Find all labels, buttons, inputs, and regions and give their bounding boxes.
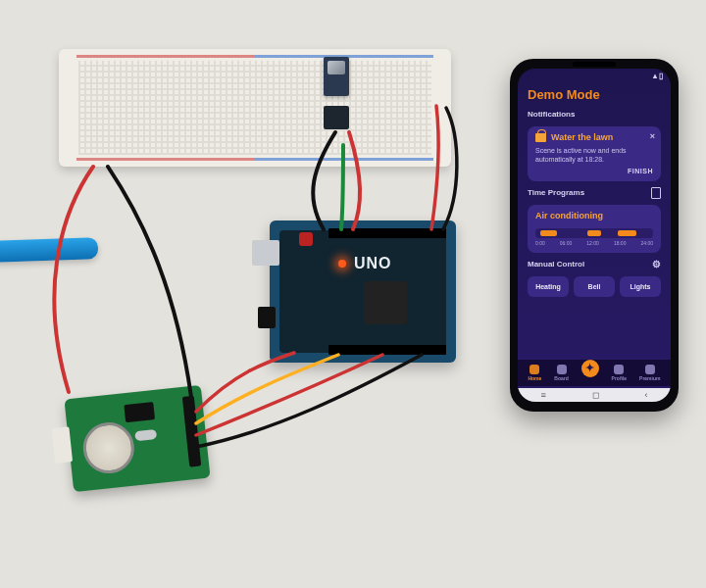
bottom-nav: Home Board ✦ Profile Premium <box>518 360 671 386</box>
gear-icon[interactable]: ⚙ <box>652 260 661 270</box>
app-title: Demo Mode <box>518 80 671 107</box>
control-heating[interactable]: Heating <box>528 276 569 297</box>
nav-premium[interactable]: Premium <box>639 365 660 381</box>
watering-icon <box>535 133 546 142</box>
rtc-crystal <box>134 429 157 441</box>
section-manual-control: Manual Control <box>528 257 594 272</box>
breadboard-tie-points <box>78 61 431 155</box>
breakout-board <box>324 106 349 129</box>
section-notifications: Notifications <box>518 107 671 122</box>
close-icon[interactable]: × <box>650 132 655 141</box>
nav-action[interactable]: ✦ <box>581 369 599 377</box>
phone-screen: ▴ ▯ Demo Mode Notifications × Water the … <box>518 69 671 402</box>
nav-profile[interactable]: Profile <box>612 365 628 381</box>
profile-icon <box>614 365 624 374</box>
manual-controls: Heating Bell Lights <box>518 272 671 301</box>
rtc-header-pins <box>182 396 201 467</box>
program-timeline[interactable] <box>535 228 653 238</box>
android-softkeys: ≡ ◻ ‹ <box>518 388 671 402</box>
notification-finish-button[interactable]: FINISH <box>535 168 653 174</box>
rtc-module <box>64 385 210 492</box>
rtc-jst-connector <box>51 426 73 464</box>
workbench-photo: UNO ▴ ▯ Demo Mode <box>0 0 706 588</box>
tick-label: 18:00 <box>614 241 627 246</box>
program-segment <box>618 230 636 236</box>
time-program-card[interactable]: Air conditioning 0:00 06:00 12:00 18:00 … <box>528 205 661 253</box>
premium-icon <box>645 365 655 374</box>
breadboard-rail-top <box>76 55 433 58</box>
program-segment <box>540 230 557 236</box>
arduino-mcu-chip <box>364 281 407 324</box>
board-icon <box>557 365 567 374</box>
tick-label: 06:00 <box>560 241 573 246</box>
copy-icon[interactable] <box>651 187 661 199</box>
notification-title-row: Water the lawn <box>535 133 653 142</box>
arduino-header-digital <box>328 228 446 238</box>
status-icons: ▴ ▯ <box>653 73 663 80</box>
bluetooth-module <box>324 57 349 96</box>
arduino-silkscreen <box>279 230 446 353</box>
control-bell[interactable]: Bell <box>574 276 615 297</box>
arduino-barrel-jack <box>258 307 276 328</box>
breadboard <box>59 49 451 167</box>
softkey-back[interactable]: ‹ <box>645 391 648 400</box>
home-icon <box>530 365 539 374</box>
softkey-home[interactable]: ◻ <box>592 391 599 400</box>
program-segment <box>587 230 601 236</box>
section-time-programs: Time Programs <box>528 185 594 201</box>
arduino-header-analog <box>328 345 446 355</box>
arduino-uno: UNO <box>270 220 456 363</box>
arduino-usb-port <box>252 240 279 266</box>
notification-title: Water the lawn <box>551 133 613 142</box>
program-ticks: 0:00 06:00 12:00 18:00 24:00 <box>535 241 653 246</box>
tick-label: 24:00 <box>640 241 653 246</box>
notification-body: Scene is active now and ends automatical… <box>535 146 653 164</box>
phone-status-bar: ▴ ▯ <box>518 69 671 80</box>
program-title: Air conditioning <box>535 212 653 220</box>
nav-board[interactable]: Board <box>554 365 568 381</box>
arduino-power-led <box>338 260 346 268</box>
control-lights[interactable]: Lights <box>620 276 661 297</box>
notification-card[interactable]: × Water the lawn Scene is active now and… <box>528 126 661 181</box>
rtc-ic-chip <box>124 402 155 422</box>
usb-cable <box>0 237 98 263</box>
star-icon: ✦ <box>581 360 599 377</box>
phone-earpiece <box>573 62 616 67</box>
smartphone: ▴ ▯ Demo Mode Notifications × Water the … <box>510 59 679 412</box>
tick-label: 0:00 <box>535 241 545 246</box>
nav-home[interactable]: Home <box>528 365 541 381</box>
tick-label: 12:00 <box>586 241 599 246</box>
arduino-reset-button <box>299 232 313 246</box>
rtc-coin-cell <box>80 420 136 476</box>
breadboard-rail-bottom <box>76 158 433 161</box>
arduino-board-label: UNO <box>354 256 392 271</box>
softkey-recents[interactable]: ≡ <box>540 391 545 400</box>
